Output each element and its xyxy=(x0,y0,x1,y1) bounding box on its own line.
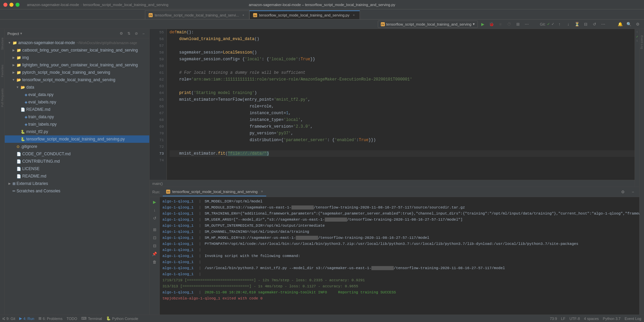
tree-readme-root[interactable]: 📄 README.md xyxy=(5,172,149,180)
todo-bottom-item[interactable]: TODO xyxy=(66,317,77,321)
event-log-item[interactable]: Event Log xyxy=(624,317,641,321)
minimize-button[interactable] xyxy=(9,3,13,7)
expand-icon xyxy=(11,63,16,67)
tree-mnist-tf2[interactable]: 🐍 mnist_tf2.py xyxy=(5,128,149,135)
tab-2[interactable]: py tensorflow_script_mode_local_training… xyxy=(249,10,360,19)
git-bottom-item[interactable]: ⑆ 9: Git xyxy=(3,317,15,321)
debug-button[interactable]: 🐞 xyxy=(488,21,495,28)
close-button[interactable] xyxy=(3,3,7,7)
run-rerun-button[interactable]: ↺ xyxy=(151,215,158,222)
run-pin-button[interactable]: 📌 xyxy=(151,250,158,258)
event-log-label[interactable]: Event Log xyxy=(640,30,644,54)
tree-scratches[interactable]: ✏ Scratches and Consoles xyxy=(5,187,149,195)
tree-tf-script[interactable]: 🐍 tensorflow_script_mode_local_training_… xyxy=(5,135,149,143)
run-stop-button[interactable]: ↓ xyxy=(151,206,158,214)
tree-item-label: CONTRIBUTING.md xyxy=(22,159,60,164)
expand-icon xyxy=(11,152,16,156)
git-pull-button[interactable]: ↓ xyxy=(564,21,572,28)
tree-tensorflow-folder[interactable]: 📂 tensorflow_script_mode_local_training_… xyxy=(5,76,149,84)
editor-wrapper: 55 56 57 58 59 60 61 62 63 64 65 66 67 6… xyxy=(150,29,639,187)
more-run-button[interactable]: ⋯ xyxy=(523,21,530,28)
run-tab-active[interactable]: py tensorflow_script_mode_local_training… xyxy=(163,188,266,196)
tab-2-close[interactable]: × xyxy=(351,13,356,18)
layout-button[interactable]: ⇅ xyxy=(126,31,132,37)
search-everywhere-button[interactable]: 🔍 xyxy=(625,21,633,28)
run-clear-button[interactable]: ⊟ xyxy=(151,242,158,250)
favorites-panel-label[interactable]: Favorites xyxy=(1,57,4,84)
tab-1-close[interactable]: × xyxy=(241,13,246,18)
structure-panel-label[interactable]: Structure xyxy=(1,30,4,57)
settings-button[interactable]: ⚙ xyxy=(634,21,641,28)
notification-button[interactable]: 🔔 xyxy=(616,21,624,28)
line-col-item[interactable]: 73:9 xyxy=(550,317,557,321)
output-line-5: algo-1-qloog_1 | SM_OUTPUT_INTERMEDIATE_… xyxy=(160,223,639,229)
tree-code-of-conduct[interactable]: 📄 CODE_OF_CONDUCT.md xyxy=(5,150,149,158)
run-trash-button[interactable]: 🗑 xyxy=(151,258,158,266)
git-annotate-button[interactable]: ⊟ xyxy=(582,21,589,28)
tree-root[interactable]: 📁 amazon-sagemaker-local-mode ~/WorkDocs… xyxy=(5,39,149,46)
tree-eval-data[interactable]: ◈ eval_data.npy xyxy=(5,91,149,98)
python-ver-item[interactable]: Python 3.7 xyxy=(603,317,621,321)
folder-icon: 📂 xyxy=(17,78,21,82)
node-label: algo-1-qloog_1 xyxy=(162,266,196,270)
collapse-button[interactable]: − xyxy=(141,31,147,37)
git-revert-button[interactable]: ↺ xyxy=(591,21,598,28)
run-panel-settings[interactable]: ⚙ xyxy=(619,188,626,196)
tree-readme-tf[interactable]: 📄 README.md xyxy=(5,106,149,113)
tree-external-libs[interactable]: ⊞ External Libraries xyxy=(5,180,149,187)
filter-button[interactable]: ⊘ xyxy=(133,31,139,37)
output-text: SM_USER_ARGS=["--model_dir","s3://sagema… xyxy=(203,218,463,222)
code-line-73: mnist_estimator.fit("file://./data/") xyxy=(170,150,635,157)
file-icon: 📄 xyxy=(17,167,21,171)
run-scroll-button[interactable]: ⊡ xyxy=(151,234,158,242)
tree-pytorch[interactable]: 📁 pytorch_script_mode_local_training_and… xyxy=(5,69,149,76)
line-68: 68 xyxy=(150,117,166,123)
output-line-11: algo-1-qloog_1 | xyxy=(160,259,639,265)
tree-data-folder[interactable]: 📂 data xyxy=(5,84,149,91)
tree-contributing[interactable]: 📄 CONTRIBUTING.md xyxy=(5,158,149,165)
tree-lightgbm[interactable]: 📁 lightgbm_bring_your_own_container_loca… xyxy=(5,61,149,69)
bookmark-button[interactable]: ⊞ xyxy=(514,21,522,28)
profile-button[interactable]: ⏱ xyxy=(505,21,513,28)
tree-train-data[interactable]: ◈ train_data.npy xyxy=(5,113,149,121)
output-text: 2020-11-08 16:28:42,610 sagemaker-traini… xyxy=(203,290,396,294)
pull-requests-panel-label[interactable]: Pull Requests xyxy=(1,84,4,111)
terminal-bottom-item[interactable]: ⌨ Terminal xyxy=(81,316,102,321)
tree-gitignore[interactable]: ⊙ .gitignore xyxy=(5,143,149,150)
project-label: Project xyxy=(7,32,19,36)
run-panel-close[interactable]: − xyxy=(629,188,637,196)
problems-bottom-item[interactable]: ⊠ 6: Problems xyxy=(38,316,63,321)
tree-eval-labels[interactable]: ◈ eval_labels.npy xyxy=(5,98,149,106)
indent-item[interactable]: 4 spaces xyxy=(584,317,599,321)
run-button[interactable]: ▶ xyxy=(479,21,487,28)
tree-license[interactable]: 📄 LICENSE xyxy=(5,165,149,172)
python-console-item[interactable]: 🐍 Python Console xyxy=(106,316,139,321)
sync-button[interactable]: ⚙ xyxy=(118,31,124,37)
git-more-button[interactable]: ⋯ xyxy=(600,21,607,28)
run-config-dropdown[interactable]: py tensorflow_script_mode_local_training… xyxy=(378,21,478,28)
breadcrumb-root[interactable]: amazon-sagemaker-local-mode xyxy=(27,3,79,7)
run-play-button[interactable]: ▶ xyxy=(151,198,158,206)
folder-icon: 📁 xyxy=(17,70,21,75)
coverage-button[interactable]: ≡ xyxy=(497,21,504,28)
fullscreen-button[interactable] xyxy=(16,3,20,7)
tab-close-icon[interactable]: × xyxy=(261,190,263,193)
run-bottom-item[interactable]: ▶ 4: Run xyxy=(19,316,34,321)
tree-img[interactable]: 📁 img xyxy=(5,54,149,61)
tree-train-labels[interactable]: ◈ train_labels.npy xyxy=(5,121,149,128)
line-72: 72 xyxy=(150,143,166,150)
tree-catboost[interactable]: 📁 catboost_bring_your_own_container_loca… xyxy=(5,46,149,54)
git-history-button[interactable]: ⏳ xyxy=(573,21,581,28)
run-filter-button[interactable]: ⊞ xyxy=(151,226,158,233)
breadcrumb-file[interactable]: tensorflow_script_mode_local_training_an… xyxy=(83,3,168,7)
git-push-button[interactable]: ↑ xyxy=(556,21,563,28)
lf-item[interactable]: LF xyxy=(561,317,565,321)
tab-1[interactable]: py tensorflow_script_mode_local_training… xyxy=(145,10,249,19)
line-69: 69 xyxy=(150,123,166,130)
output-text: SM_CHANNEL_TRAINING=/opt/ml/input/data/t… xyxy=(203,230,309,234)
run-output[interactable]: algo-1-qloog_1 | SM_MODEL_DIR=/opt/ml/mo… xyxy=(160,197,639,315)
encoding-item[interactable]: UTF-8 xyxy=(570,317,580,321)
code-text xyxy=(170,37,179,41)
editor-code[interactable]: def main(): download_training_and_eval_d… xyxy=(167,29,635,180)
code-line-67: instance_count=1, xyxy=(170,110,635,117)
